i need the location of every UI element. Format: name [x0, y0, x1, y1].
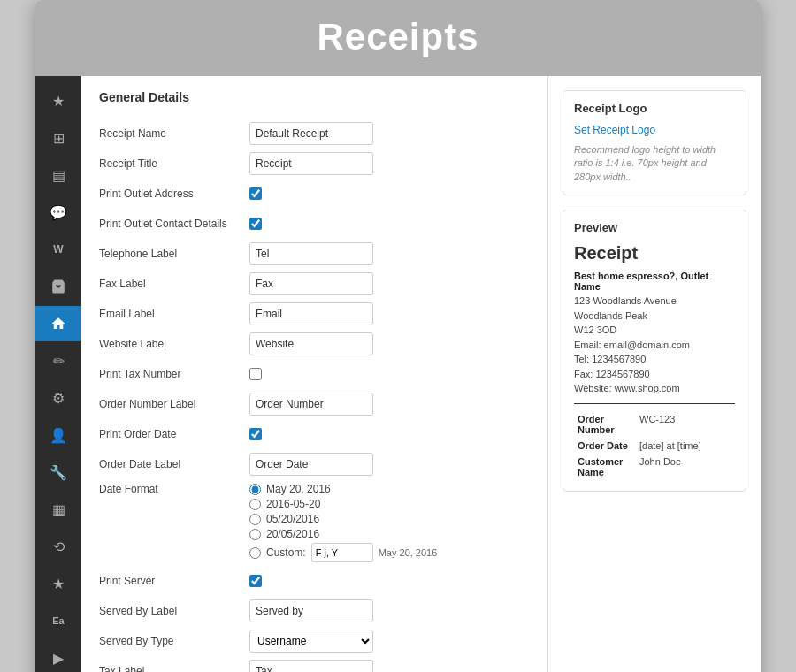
date-format-custom-input[interactable] — [311, 543, 373, 562]
receipt-title-label: Receipt Title — [99, 157, 249, 170]
sidebar-item-star2[interactable]: ★ — [35, 566, 81, 601]
preview-customer-name-key: Customer Name — [574, 454, 636, 480]
print-outlet-contact-label: Print Outlet Contact Details — [99, 218, 249, 230]
preview-divider — [574, 403, 735, 404]
print-server-checkbox[interactable] — [249, 575, 262, 587]
order-date-label-input[interactable] — [249, 453, 373, 476]
preview-table: Order Number WC-123 Order Date [date] at… — [574, 411, 735, 480]
telephone-label-input[interactable] — [249, 242, 373, 265]
print-outlet-contact-row: Print Outlet Contact Details — [99, 212, 530, 235]
preview-address: 123 Woodlands Avenue Woodlands Peak W12 … — [574, 294, 735, 396]
preview-customer-name-value: John Doe — [636, 454, 735, 480]
served-by-type-select[interactable]: Username Full Name Display Name — [249, 630, 373, 653]
print-order-date-checkbox[interactable] — [249, 428, 262, 440]
order-number-row: Order Number Label — [99, 393, 530, 416]
served-by-type-label: Served By Type — [99, 635, 249, 647]
sidebar-item-pencil[interactable]: ✏ — [35, 343, 81, 378]
date-format-label: Date Format — [99, 483, 249, 495]
preview-address-website: Website: www.shop.com — [574, 383, 680, 393]
website-label-input[interactable] — [249, 332, 373, 355]
sidebar-item-list[interactable]: ▤ — [35, 157, 81, 193]
table-row: Order Date [date] at [time] — [574, 438, 735, 454]
sidebar-item-wrench[interactable]: 🔧 — [35, 454, 81, 490]
preview-order-date-key: Order Date — [574, 438, 636, 454]
preview-address-email: Email: email@domain.com — [574, 340, 690, 350]
receipt-name-input[interactable] — [249, 122, 373, 145]
print-outlet-address-row: Print Outlet Address — [99, 182, 530, 205]
date-format-option-custom: Custom: May 20, 2016 — [249, 543, 437, 562]
sidebar-item-grid2[interactable]: ▦ — [35, 492, 81, 527]
website-label-row: Website Label — [99, 332, 530, 355]
preview-section-title: Preview — [574, 221, 735, 234]
fax-label-input[interactable] — [249, 272, 373, 295]
print-tax-label: Print Tax Number — [99, 368, 249, 380]
sidebar: ★ ⊞ ▤ 💬 W ✏ ⚙ 👤 🔧 ▦ ⟲ ★ Ea ▶ — [35, 76, 81, 672]
order-number-label: Order Number Label — [99, 398, 249, 410]
right-panel: Receipt Logo Set Receipt Logo Recommend … — [548, 76, 761, 672]
print-order-date-row: Print Order Date — [99, 423, 530, 446]
print-server-label: Print Server — [99, 575, 249, 587]
preview-store-name: Best home espresso?, Outlet Name — [574, 271, 735, 292]
print-outlet-address-label: Print Outlet Address — [99, 187, 249, 200]
date-format-us-label: 05/20/2016 — [266, 513, 319, 525]
email-label-label: Email Label — [99, 308, 249, 320]
page-title: Receipts — [35, 16, 761, 58]
preview-address-line-3: W12 3OD — [574, 325, 616, 335]
website-label-label: Website Label — [99, 338, 249, 350]
set-receipt-logo-link[interactable]: Set Receipt Logo — [574, 124, 735, 136]
sidebar-item-settings-gear[interactable]: ⚙ — [35, 380, 81, 416]
print-outlet-address-checkbox[interactable] — [249, 187, 262, 200]
order-date-label-label: Order Date Label — [99, 458, 249, 470]
date-format-option-iso: 2016-05-20 — [249, 498, 437, 510]
receipt-title-row: Receipt Title — [99, 152, 530, 175]
preview-receipt-title: Receipt — [574, 243, 735, 263]
table-row: Order Number WC-123 — [574, 411, 735, 438]
date-format-radio-may[interactable] — [249, 484, 261, 495]
preview-address-line-1: 123 Woodlands Avenue — [574, 295, 677, 306]
date-format-radio-iso[interactable] — [249, 499, 261, 510]
preview-order-number-value: WC-123 — [636, 411, 735, 438]
order-number-input[interactable] — [249, 393, 373, 416]
print-tax-checkbox[interactable] — [249, 368, 262, 380]
date-format-row: Date Format May 20, 2016 2016-05-20 0 — [99, 483, 530, 562]
date-format-iso-label: 2016-05-20 — [266, 498, 320, 510]
print-outlet-contact-checkbox[interactable] — [249, 218, 262, 230]
telephone-label-label: Telephone Label — [99, 248, 249, 260]
date-format-radio-us[interactable] — [249, 514, 261, 525]
general-details-title: General Details — [99, 90, 530, 110]
sidebar-item-home[interactable] — [35, 306, 81, 341]
tax-label-input[interactable] — [249, 660, 373, 672]
served-by-type-row: Served By Type Username Full Name Displa… — [99, 630, 530, 653]
app-container: Receipts ★ ⊞ ▤ 💬 W ✏ ⚙ 👤 🔧 ▦ ⟲ ★ Ea ▶ — [35, 0, 761, 672]
order-date-label-row: Order Date Label — [99, 453, 530, 476]
sidebar-item-ea[interactable]: Ea — [35, 603, 81, 638]
receipt-logo-section: Receipt Logo Set Receipt Logo Recommend … — [563, 90, 746, 195]
print-server-row: Print Server — [99, 569, 530, 592]
telephone-label-row: Telephone Label — [99, 242, 530, 265]
table-row: Customer Name John Doe — [574, 454, 735, 480]
date-format-radio-custom[interactable] — [249, 547, 261, 559]
sidebar-item-refresh[interactable]: ⟲ — [35, 529, 81, 564]
preview-section: Preview Receipt Best home espresso?, Out… — [563, 210, 746, 492]
date-format-radio-eu[interactable] — [249, 529, 261, 540]
sidebar-item-favorites[interactable]: ★ — [35, 83, 81, 118]
print-order-date-label: Print Order Date — [99, 428, 249, 440]
sidebar-item-play[interactable]: ▶ — [35, 640, 81, 672]
date-format-option-us: 05/20/2016 — [249, 513, 437, 525]
served-by-label-input[interactable] — [249, 599, 373, 622]
sidebar-item-grid[interactable]: ⊞ — [35, 120, 81, 156]
email-label-row: Email Label — [99, 302, 530, 325]
receipt-title-input[interactable] — [249, 152, 373, 175]
date-format-custom-label: Custom: — [266, 546, 306, 559]
logo-hint: Recommend logo height to width ratio is … — [574, 143, 735, 184]
tax-label-row: Tax Label — [99, 660, 530, 672]
email-label-input[interactable] — [249, 302, 373, 325]
sidebar-item-w[interactable]: W — [35, 232, 81, 267]
preview-address-tel: Tel: 1234567890 — [574, 354, 646, 364]
sidebar-item-cart[interactable] — [35, 269, 81, 304]
sidebar-item-user[interactable]: 👤 — [35, 417, 81, 453]
preview-address-line-2: Woodlands Peak — [574, 310, 647, 321]
left-panel: General Details Receipt Name Receipt Tit… — [81, 76, 548, 672]
preview-address-fax: Fax: 1234567890 — [574, 369, 650, 379]
sidebar-item-chat[interactable]: 💬 — [35, 195, 81, 230]
